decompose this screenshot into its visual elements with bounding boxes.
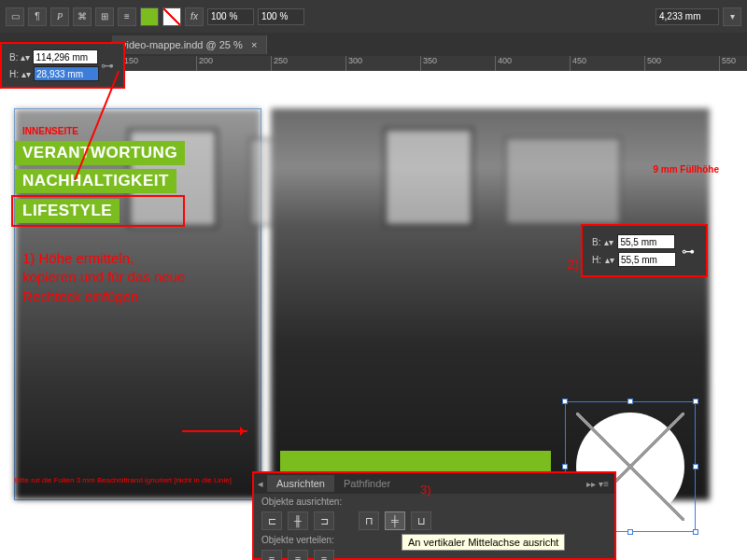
h-label: H: (9, 69, 19, 79)
annotation-arrow-2 (182, 430, 247, 432)
stepper-icon[interactable]: ▴▾ (604, 237, 613, 247)
label-nachhaltigkeit: NACHHALTIGKEIT (15, 169, 176, 193)
constrain-proportions-icon[interactable]: ⊶ (99, 52, 116, 78)
align-vcenter-icon[interactable]: ╪ (385, 511, 405, 530)
align-hcenter-icon[interactable]: ╫ (288, 511, 308, 530)
distribute-bottom-icon[interactable]: ≡ (314, 550, 334, 560)
handle-mid-left[interactable] (562, 464, 568, 469)
tool-grid-icon[interactable]: ⊞ (95, 7, 114, 26)
tool-align-icon[interactable]: ≡ (118, 7, 136, 26)
page-left: INNENSEITE VERANTWORTUNG NACHHALTIGKEIT … (14, 108, 261, 500)
width-input-2[interactable] (617, 234, 675, 249)
fill-swatch-icon[interactable] (140, 7, 159, 26)
tool-group-a-icon[interactable]: ▭ (6, 7, 24, 26)
bottom-note: Bitte rot die Folien 3 mm Beschnittrand … (14, 476, 232, 485)
paragraph-icon[interactable]: ¶ (28, 7, 47, 26)
b-label: B: (9, 52, 18, 63)
stepper-icon[interactable]: ▴▾ (605, 255, 614, 265)
align-left-icon[interactable]: ⊏ (261, 511, 282, 530)
scale-x-input[interactable] (207, 8, 254, 25)
chevron-down-icon[interactable]: ▾ (723, 7, 741, 26)
tab-pathfinder[interactable]: Pathfinder (334, 475, 400, 492)
fx-icon[interactable]: fx (185, 7, 204, 26)
stroke-swatch-icon[interactable] (162, 7, 181, 26)
scale-y-input[interactable] (258, 8, 304, 25)
annotation-number-3: 3) (420, 483, 431, 497)
align-bottom-icon[interactable]: ⊔ (411, 511, 431, 530)
constrain-proportions-icon[interactable]: ⊶ (680, 237, 697, 265)
stepper-icon[interactable]: ▴▾ (21, 69, 31, 79)
label-lifestyle: LIFESTYLE (15, 199, 120, 223)
align-icons-row: ⊏ ╫ ⊐ ⊓ ╪ ⊔ (254, 510, 614, 532)
tooltip: An vertikaler Mittelachse ausricht (402, 534, 565, 551)
annotation-arrow-1 (75, 179, 77, 181)
tab-active[interactable]: video-mappe.indd @ 25 % × (112, 35, 267, 54)
panel-collapse-icon[interactable]: ◂ (254, 478, 267, 490)
label-verantwortung: VERANTWORTUNG (15, 141, 185, 165)
handle-bot-mid[interactable] (627, 529, 633, 535)
align-section-label: Objekte ausrichten: (254, 494, 614, 510)
handle-top-left[interactable] (562, 399, 568, 404)
fullhohe-label: 9 mm Füllhöhe (653, 164, 719, 175)
instruction-text-1: 1) Höhe ermitteln, kopieren und für das … (22, 249, 190, 306)
top-toolbar: ▭ ¶ P ⌘ ⊞ ≡ fx ▾ (0, 0, 747, 33)
horizontal-ruler: 150200250300350400450500550600650700750 (121, 56, 747, 71)
height-input-2[interactable] (618, 252, 676, 267)
width-input[interactable] (33, 49, 98, 64)
close-icon[interactable]: × (251, 39, 257, 50)
handle-top-mid[interactable] (627, 399, 633, 404)
tool-p-icon[interactable]: P (50, 7, 69, 26)
stroke-weight-input[interactable] (655, 8, 719, 25)
align-top-icon[interactable]: ⊓ (359, 511, 379, 530)
label-stack: VERANTWORTUNG NACHHALTIGKEIT LIFESTYLE (15, 139, 185, 227)
stepper-icon[interactable]: ▴▾ (21, 52, 30, 63)
width-height-panel-1: B:▴▾ H:▴▾ ⊶ (0, 42, 125, 89)
distribute-vcenter-icon[interactable]: ≡ (288, 550, 308, 560)
align-right-icon[interactable]: ⊐ (314, 511, 334, 530)
height-input[interactable] (34, 66, 99, 81)
tab-label: video-mappe.indd @ 25 % (121, 39, 243, 50)
handle-bot-right[interactable] (693, 529, 698, 535)
handle-top-right[interactable] (693, 399, 698, 404)
handle-mid-right[interactable] (693, 464, 698, 469)
panel-arrows-icon[interactable]: ▸▸ ▾≡ (581, 479, 614, 489)
h-label: H: (592, 255, 601, 265)
width-height-panel-2: B:▴▾ H:▴▾ ⊶ (581, 224, 708, 277)
annotation-number-2: 2) (568, 257, 579, 272)
distribute-top-icon[interactable]: ≡ (261, 550, 282, 560)
tab-ausrichten[interactable]: Ausrichten (267, 475, 334, 492)
tool-link-icon[interactable]: ⌘ (73, 7, 92, 26)
innenseite-label: INNENSEITE (22, 126, 78, 136)
b-label: B: (592, 237, 600, 247)
panel-tabs: ◂ Ausrichten Pathfinder ▸▸ ▾≡ (254, 473, 614, 494)
